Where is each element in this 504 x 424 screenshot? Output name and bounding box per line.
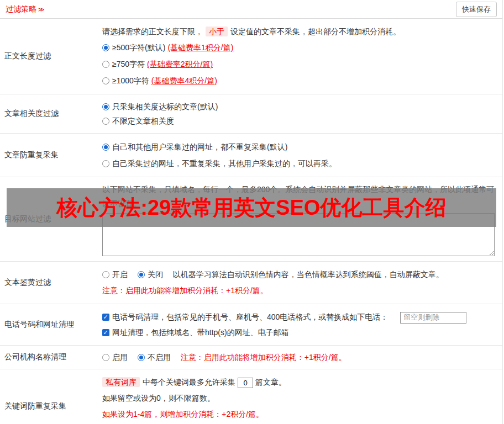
- option-label: 开启: [112, 270, 128, 279]
- checkbox-checked-icon: [102, 314, 109, 321]
- option-label: ≥500字符(默认): [112, 43, 165, 52]
- row-dedup-collect: 文章防重复采集 自己和其他用户采集过的网址，都不重复采集(默认) 自己采集过的网…: [0, 134, 502, 177]
- option-fee: (基础费率4积分/篇): [151, 76, 217, 85]
- limit-text-post: 篇文章。: [255, 378, 286, 386]
- intro-post: 设定值的文章不采集，超出部分不增加积分消耗。: [230, 27, 401, 36]
- row-keyword-dedup: 关键词防重复采集 私有词库中每个关键词最多允许采集篇文章。 如果留空或设为0，则…: [0, 369, 502, 424]
- url-clean-line: 网址清理，包括纯域名、带http(s)的网址、电子邮箱: [102, 325, 495, 340]
- keyword-limit-input[interactable]: [238, 378, 253, 388]
- row-content: 电话号码清理，包括常见的手机号、座机号、400电话格式，或替换成如下电话： 网址…: [98, 304, 502, 345]
- page-title[interactable]: 过滤策略≫: [6, 4, 45, 14]
- row-label: 电话号码和网址清理: [0, 304, 98, 345]
- phone-clean-checkbox[interactable]: 电话号码清理，包括常见的手机号、座机号、400电话格式，或替换成如下电话：: [102, 312, 390, 321]
- row-porn-filter: 文本鉴黄过滤 开启 关闭 以机器学习算法自动识别色情内容，当色情概率达到系统阈值…: [0, 262, 502, 304]
- row-content: 启用 不启用 注意：启用此功能将增加积分消耗：+1积分/篇。: [98, 346, 502, 369]
- option-label: 不限定文章相关度: [112, 116, 174, 125]
- row-label: 关键词防重复采集: [0, 369, 98, 424]
- url-clean-checkbox[interactable]: 网址清理，包括纯域名、带http(s)的网址、电子邮箱: [102, 328, 289, 337]
- row-label: 文章防重复采集: [0, 134, 98, 177]
- porn-filter-note: 注意：启用此功能将增加积分消耗：+1积分/篇。: [102, 282, 495, 299]
- intro-pre: 请选择需求的正文长度下限，: [102, 27, 203, 36]
- porn-option-on[interactable]: 开启: [102, 270, 130, 279]
- radio-checked-icon: [138, 271, 145, 278]
- keyword-note-2: 如果设为1-4篇，则增加积分消耗：+2积分/篇。: [102, 406, 495, 422]
- row-label: 正文长度过滤: [0, 19, 98, 94]
- private-lexicon-link[interactable]: 私有词库: [102, 377, 140, 387]
- radio-icon: [102, 118, 109, 125]
- row-content: 开启 关闭 以机器学习算法自动识别色情内容，当色情概率达到系统阈值，自动屏蔽文章…: [98, 262, 502, 304]
- option-label: 自己采集过的网址，不重复采集，其他用户采集过的，可以再采。: [112, 159, 337, 168]
- row-content: 只采集相关度达标的文章(默认) 不限定文章相关度: [98, 94, 502, 133]
- quick-save-button[interactable]: 快速保存: [456, 2, 497, 17]
- option-label: ≥750字符: [112, 60, 145, 68]
- option-label: 启用: [112, 353, 128, 362]
- option-label: ≥1000字符: [112, 76, 149, 85]
- row-label: 文本鉴黄过滤: [0, 262, 98, 304]
- watermark-text: 核心方法:29款常用英文SEO优化工具介绍: [56, 194, 446, 222]
- radio-checked-icon: [138, 354, 145, 361]
- porn-filter-options: 开启 关闭 以机器学习算法自动识别色情内容，当色情概率达到系统阈值，自动屏蔽文章…: [102, 267, 495, 282]
- company-clean-line: 启用 不启用 注意：启用此功能将增加积分消耗：+1积分/篇。: [102, 351, 495, 364]
- keyword-limit-line: 私有词库中每个关键词最多允许采集篇文章。: [102, 374, 495, 390]
- length-option-1000[interactable]: ≥1000字符(基础费率4积分/篇): [102, 72, 495, 89]
- porn-filter-desc: 以机器学习算法自动识别色情内容，当色情概率达到系统阈值，自动屏蔽文章。: [173, 270, 444, 279]
- limit-text: 中每个关键词最多允许采集: [143, 378, 235, 386]
- radio-icon: [102, 77, 109, 84]
- radio-checked-icon: [102, 44, 109, 51]
- option-label: 不启用: [148, 353, 171, 362]
- company-option-off[interactable]: 不启用: [138, 353, 173, 362]
- length-filter-intro: 请选择需求的正文长度下限，小于设定值的文章不采集，超出部分不增加积分消耗。: [102, 24, 495, 39]
- row-company-clean: 公司机构名称清理 启用 不启用 注意：启用此功能将增加积分消耗：+1积分/篇。: [0, 346, 502, 369]
- row-label: 文章相关度过滤: [0, 94, 98, 133]
- checkbox-label: 电话号码清理，包括常见的手机号、座机号、400电话格式，或替换成如下电话：: [112, 312, 388, 321]
- option-label: 只采集相关度达标的文章(默认): [112, 102, 218, 111]
- option-label: 关闭: [148, 270, 163, 279]
- dedup-option-self[interactable]: 自己采集过的网址，不重复采集，其他用户采集过的，可以再采。: [102, 155, 495, 172]
- chevron-down-icon: ≫: [38, 6, 45, 13]
- page-title-label: 过滤策略: [6, 4, 36, 13]
- watermark-banner: 核心方法:29款常用英文SEO优化工具介绍: [7, 188, 496, 227]
- option-fee: (基础费率1积分/篇): [167, 43, 233, 52]
- phone-clean-line: 电话号码清理，包括常见的手机号、座机号、400电话格式，或替换成如下电话：: [102, 309, 495, 325]
- checkbox-checked-icon: [102, 329, 109, 336]
- intro-highlight: 小于: [206, 26, 228, 36]
- length-option-750[interactable]: ≥750字符(基础费率2积分/篇): [102, 56, 495, 72]
- relevance-option-any[interactable]: 不限定文章相关度: [102, 114, 495, 128]
- radio-checked-icon: [102, 103, 109, 110]
- filter-settings-page: 过滤策略≫ 快速保存 正文长度过滤 请选择需求的正文长度下限，小于设定值的文章不…: [0, 0, 503, 424]
- page-header: 过滤策略≫ 快速保存: [0, 0, 502, 19]
- row-content: 请选择需求的正文长度下限，小于设定值的文章不采集，超出部分不增加积分消耗。 ≥5…: [98, 19, 502, 94]
- option-fee: (基础费率2积分/篇): [147, 60, 213, 68]
- radio-icon: [102, 160, 109, 167]
- row-content: 私有词库中每个关键词最多允许采集篇文章。 如果留空或设为0，则不限篇数。 如果设…: [98, 369, 502, 424]
- radio-icon: [102, 354, 109, 361]
- row-phone-url-clean: 电话号码和网址清理 电话号码清理，包括常见的手机号、座机号、400电话格式，或替…: [0, 304, 502, 346]
- replacement-phone-input[interactable]: [400, 312, 466, 324]
- radio-checked-icon: [102, 144, 109, 151]
- row-relevance-filter: 文章相关度过滤 只采集相关度达标的文章(默认) 不限定文章相关度: [0, 94, 502, 134]
- row-length-filter: 正文长度过滤 请选择需求的正文长度下限，小于设定值的文章不采集，超出部分不增加积…: [0, 19, 502, 94]
- porn-option-off[interactable]: 关闭: [138, 270, 165, 279]
- row-content: 自己和其他用户采集过的网址，都不重复采集(默认) 自己采集过的网址，不重复采集，…: [98, 134, 502, 177]
- checkbox-label: 网址清理，包括纯域名、带http(s)的网址、电子邮箱: [112, 328, 289, 337]
- radio-icon: [102, 271, 109, 278]
- radio-icon: [102, 61, 109, 68]
- company-clean-note: 注意：启用此功能将增加积分消耗：+1积分/篇。: [181, 353, 347, 362]
- length-option-500[interactable]: ≥500字符(默认)(基础费率1积分/篇): [102, 39, 495, 56]
- company-option-on[interactable]: 启用: [102, 353, 130, 362]
- option-label: 自己和其他用户采集过的网址，都不重复采集(默认): [112, 142, 287, 151]
- row-label: 公司机构名称清理: [0, 346, 98, 369]
- dedup-option-global[interactable]: 自己和其他用户采集过的网址，都不重复采集(默认): [102, 139, 495, 155]
- relevance-option-strict[interactable]: 只采集相关度达标的文章(默认): [102, 99, 495, 114]
- keyword-note-1: 如果留空或设为0，则不限篇数。: [102, 390, 495, 406]
